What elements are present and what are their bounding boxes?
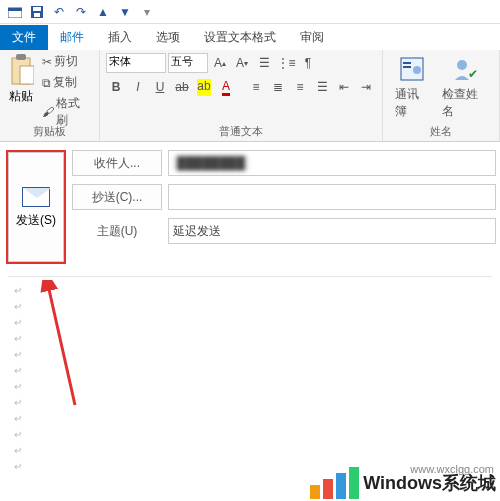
paragraph-mark: ↵ (14, 411, 486, 427)
subject-label: 主题(U) (72, 223, 162, 240)
underline-button[interactable]: U (150, 77, 170, 97)
watermark-bars-icon (310, 467, 359, 499)
font-name-select[interactable]: 宋体 (106, 53, 166, 73)
send-button[interactable]: 发送(S) (6, 150, 66, 264)
paragraph-mark: ↵ (14, 299, 486, 315)
font-size-select[interactable]: 五号 (168, 53, 208, 73)
tab-review[interactable]: 审阅 (288, 25, 336, 50)
svg-point-12 (457, 60, 467, 70)
copy-icon: ⧉ (42, 76, 51, 90)
quick-access-toolbar: ↶ ↷ ▲ ▼ ▾ (0, 0, 500, 24)
cut-label: 剪切 (54, 53, 78, 70)
svg-rect-3 (33, 7, 41, 11)
svg-rect-4 (34, 13, 40, 17)
subject-field[interactable]: 延迟发送 (168, 218, 496, 244)
tab-options[interactable]: 选项 (144, 25, 192, 50)
to-button[interactable]: 收件人... (72, 150, 162, 176)
shrink-font-button[interactable]: A▾ (232, 53, 252, 73)
tab-file[interactable]: 文件 (0, 25, 48, 50)
compose-area: 发送(S) 收件人... ████████ 抄送(C)... 主题(U) 延迟发… (0, 142, 500, 272)
group-font-label: 普通文本 (106, 122, 376, 141)
group-font: 宋体 五号 A▴ A▾ ☰ ⋮≡ ¶ B I U ab ab A ≡ ≣ ≡ ☰ (100, 50, 383, 141)
tab-mail[interactable]: 邮件 (48, 25, 96, 50)
down-icon[interactable]: ▼ (116, 3, 134, 21)
paragraph-mark: ↵ (14, 283, 486, 299)
paragraph-mark: ↵ (14, 315, 486, 331)
paragraph-mark: ↵ (14, 379, 486, 395)
cc-button[interactable]: 抄送(C)... (72, 184, 162, 210)
undo-icon[interactable]: ↶ (50, 3, 68, 21)
brush-icon: 🖌 (42, 105, 54, 119)
svg-rect-6 (16, 54, 26, 60)
window-icon (6, 3, 24, 21)
highlight-button[interactable]: ab (194, 77, 214, 97)
up-icon[interactable]: ▲ (94, 3, 112, 21)
redo-icon[interactable]: ↷ (72, 3, 90, 21)
svg-rect-1 (8, 8, 22, 11)
to-field[interactable]: ████████ (168, 150, 496, 176)
recipient-chip[interactable]: ████████ (173, 155, 249, 171)
grow-font-button[interactable]: A▴ (210, 53, 230, 73)
bullets-button[interactable]: ☰ (254, 53, 274, 73)
align-left-button[interactable]: ≡ (246, 77, 266, 97)
justify-button[interactable]: ☰ (312, 77, 332, 97)
bold-button[interactable]: B (106, 77, 126, 97)
save-icon[interactable] (28, 3, 46, 21)
paragraph-mark: ↵ (14, 395, 486, 411)
group-clipboard-label: 剪贴板 (6, 122, 93, 141)
check-names-button[interactable]: ✔ 检查姓名 (436, 52, 493, 122)
tab-format[interactable]: 设置文本格式 (192, 25, 288, 50)
address-book-label: 通讯簿 (395, 86, 428, 120)
font-color-button[interactable]: A (216, 77, 236, 97)
paragraph-mark: ↵ (14, 443, 486, 459)
check-names-label: 检查姓名 (442, 86, 487, 120)
watermark-text: Windows系统城 (363, 471, 496, 495)
numbering-button[interactable]: ⋮≡ (276, 53, 296, 73)
cut-button[interactable]: ✂ 剪切 (40, 52, 93, 71)
svg-rect-10 (403, 66, 411, 68)
scissors-icon: ✂ (42, 55, 52, 69)
align-right-button[interactable]: ≡ (290, 77, 310, 97)
copy-button[interactable]: ⧉ 复制 (40, 73, 93, 92)
copy-label: 复制 (53, 74, 77, 91)
qat-customize-icon[interactable]: ▾ (138, 3, 156, 21)
strike-button[interactable]: ab (172, 77, 192, 97)
svg-rect-9 (403, 62, 411, 64)
align-center-button[interactable]: ≣ (268, 77, 288, 97)
address-book-button[interactable]: 通讯簿 (389, 52, 434, 122)
svg-point-11 (413, 66, 421, 74)
italic-button[interactable]: I (128, 77, 148, 97)
svg-rect-7 (20, 66, 34, 84)
message-body[interactable]: ↵ ↵ ↵ ↵ ↵ ↵ ↵ ↵ ↵ ↵ ↵ ↵ (8, 276, 492, 486)
paste-button[interactable]: 粘贴 (6, 52, 36, 107)
paragraph-mark: ↵ (14, 331, 486, 347)
paragraph-mark: ↵ (14, 347, 486, 363)
group-names: 通讯簿 ✔ 检查姓名 姓名 (383, 50, 500, 141)
send-label: 发送(S) (16, 213, 56, 227)
watermark: Windows系统城 (310, 467, 496, 499)
tab-insert[interactable]: 插入 (96, 25, 144, 50)
indent-right-button[interactable]: ⇥ (356, 77, 376, 97)
envelope-icon (22, 187, 50, 207)
paragraph-mark: ↵ (14, 363, 486, 379)
ribbon: 粘贴 ✂ 剪切 ⧉ 复制 🖌 格式刷 剪贴板 宋体 (0, 50, 500, 142)
ribbon-tabs: 文件 邮件 插入 选项 设置文本格式 审阅 (0, 24, 500, 50)
indent-left-button[interactable]: ⇤ (334, 77, 354, 97)
cc-field[interactable] (168, 184, 496, 210)
svg-text:✔: ✔ (468, 67, 478, 81)
paragraph-mark: ↵ (14, 427, 486, 443)
paste-label: 粘贴 (9, 88, 33, 105)
group-clipboard: 粘贴 ✂ 剪切 ⧉ 复制 🖌 格式刷 剪贴板 (0, 50, 100, 141)
show-marks-button[interactable]: ¶ (298, 53, 318, 73)
group-names-label: 姓名 (389, 122, 493, 141)
